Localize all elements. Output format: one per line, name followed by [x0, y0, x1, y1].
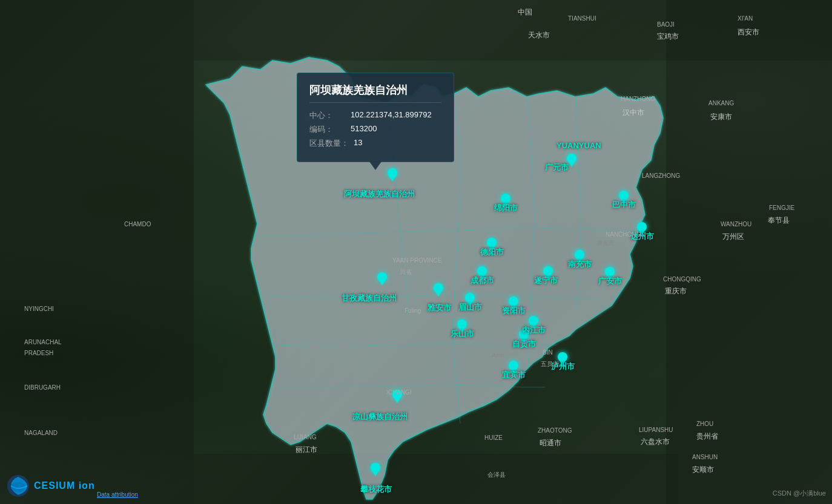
popup-center-label: 中心：	[309, 110, 346, 121]
label-deyang: 德阳市	[480, 247, 504, 258]
label-zigong: 自贡市	[512, 339, 536, 350]
label-hanzhong-en: HANZHONG	[621, 96, 655, 102]
cesium-text: CESIUM ion	[34, 480, 95, 491]
label-liupan: 六盘水市	[641, 437, 670, 447]
label-fuling: Fuling	[404, 307, 421, 314]
pin-abazangzu	[388, 168, 397, 182]
label-yaan-province: YAAN PROVINCE	[392, 257, 442, 264]
label-nanchong: 南充市	[568, 259, 592, 270]
label-bin: BIN	[543, 349, 553, 356]
label-xian: 西安市	[738, 27, 759, 38]
popup: 阿坝藏族羌族自治州 中心： 102.221374,31.899792 编码： 5…	[297, 73, 454, 162]
label-nyingchi: NYINGCHI	[24, 306, 54, 312]
pin-yaan	[434, 283, 443, 296]
label-nagaland: NAGALAND	[24, 430, 58, 436]
label-hanzhong: 汉中市	[622, 108, 644, 118]
label-zhaotong: 昭通市	[540, 438, 561, 448]
popup-code-row: 编码： 513200	[309, 124, 441, 135]
label-tianshui-en: TIANSHUI	[568, 15, 596, 22]
label-arm: Arm	[492, 352, 504, 359]
city-ganzizangzu[interactable]	[377, 272, 387, 286]
label-neijiang: 内江市	[522, 325, 546, 336]
label-guangyuan: 广元市	[545, 162, 569, 173]
cesium-brand: CESIUM ion	[34, 480, 95, 491]
city-yaan[interactable]	[434, 283, 443, 296]
label-chongqing: 重庆市	[665, 286, 687, 296]
map-container: 阿坝藏族羌族自治州 中心： 102.221374,31.899792 编码： 5…	[0, 0, 832, 504]
label-zhou: 贵州省	[696, 431, 718, 442]
popup-district-row: 区县数量： 13	[309, 138, 441, 149]
label-anshun-en: ANSHUN	[692, 454, 718, 460]
label-zhaotong-en: ZHAOTONG	[538, 427, 572, 434]
popup-district-value: 13	[354, 138, 362, 149]
label-liupan-en: LIUPANSHU	[639, 427, 673, 433]
label-wanzhou-en: WANZHOU	[721, 221, 751, 227]
pin-panzhihua	[371, 463, 380, 476]
popup-code-value: 513200	[351, 124, 377, 135]
label-wanzhou: 万州区	[722, 232, 744, 242]
label-guangan: 广安市	[598, 276, 622, 287]
label-chengdu: 成都市	[470, 275, 494, 286]
label-baoji: 宝鸡市	[657, 31, 679, 42]
popup-center-row: 中心： 102.221374,31.899792	[309, 110, 441, 121]
csdn-watermark: CSDN @小满blue	[773, 489, 826, 498]
pin-ganzizangzu	[377, 272, 387, 286]
label-ankang: 安康市	[710, 112, 732, 122]
label-meishan: 眉山市	[458, 302, 482, 313]
label-suining: 遂宁市	[534, 275, 558, 286]
label-ankang-en: ANKANG	[708, 100, 734, 106]
label-liangshanyizu: 凉山彝族自治州	[352, 411, 408, 422]
label-baoji-en: BAOJI	[657, 21, 675, 28]
label-pradesh: PRADESH	[24, 350, 53, 356]
label-ganzizangzu: 甘孜藏族自治州	[342, 293, 397, 304]
label-chongqing-en: CHONGQING	[663, 276, 701, 283]
label-wuyuan: 五员市	[541, 360, 559, 368]
label-sichuan-province: 川省	[400, 268, 412, 277]
label-huize-c: 会泽县	[487, 471, 506, 479]
label-huize-en: HUIZE	[484, 434, 503, 441]
label-langzhong-en: LANGZHONG	[642, 172, 680, 179]
city-abazangzu[interactable]	[388, 168, 397, 182]
label-chamdo: CHAMDO	[124, 221, 151, 227]
label-ziyang: 资阳市	[502, 306, 526, 316]
popup-code-label: 编码：	[309, 124, 346, 135]
cesium-brand-text: CESIUM	[34, 480, 79, 491]
label-yaan: 雅安市	[428, 303, 451, 313]
popup-district-label: 区县数量：	[309, 138, 349, 149]
label-dibrugarh: DIBRUGARH	[24, 384, 61, 391]
label-zhou-en: ZHOU	[696, 421, 713, 427]
label-yuanyuan: YUANYUAN	[556, 141, 601, 150]
cesium-icon	[6, 474, 30, 498]
popup-title: 阿坝藏族羌族自治州	[309, 83, 441, 103]
label-fengjie-en: FENGJIE	[769, 205, 794, 211]
label-leshan: 乐山市	[451, 329, 474, 339]
label-ichangi: ICHANGI	[386, 389, 412, 396]
label-nanchong-en: NANCHONG	[606, 231, 641, 238]
label-lijiang-en: LIJIANG	[294, 434, 317, 440]
city-panzhihua[interactable]	[371, 463, 380, 476]
label-fengjie: 奉节县	[768, 215, 790, 226]
data-attribution[interactable]: Data attribution	[97, 491, 138, 498]
label-anshun: 安顺市	[692, 465, 714, 475]
label-abazangzu: 阿坝藏族羌族自治州	[344, 189, 415, 200]
label-mianyang: 绵阳市	[494, 203, 518, 214]
cesium-logo: CESIUM ion	[6, 474, 95, 498]
popup-center-value: 102.221374,31.899792	[351, 110, 432, 121]
label-bazhong: 巴中市	[612, 200, 636, 211]
label-lijiang: 丽江市	[295, 445, 317, 455]
label-zhongguo: 中国	[518, 7, 532, 18]
label-xian-en: XI'AN	[738, 15, 753, 22]
label-tianshui: 天水市	[528, 30, 550, 41]
cesium-ion-text: ion	[79, 480, 95, 491]
label-panzhihua: 攀枝花市	[360, 484, 392, 495]
label-nanchong-area: 南充市	[596, 239, 615, 247]
label-yibin: 宜宾市	[502, 370, 526, 381]
label-arunachal: ARUNACHAL	[24, 339, 62, 345]
